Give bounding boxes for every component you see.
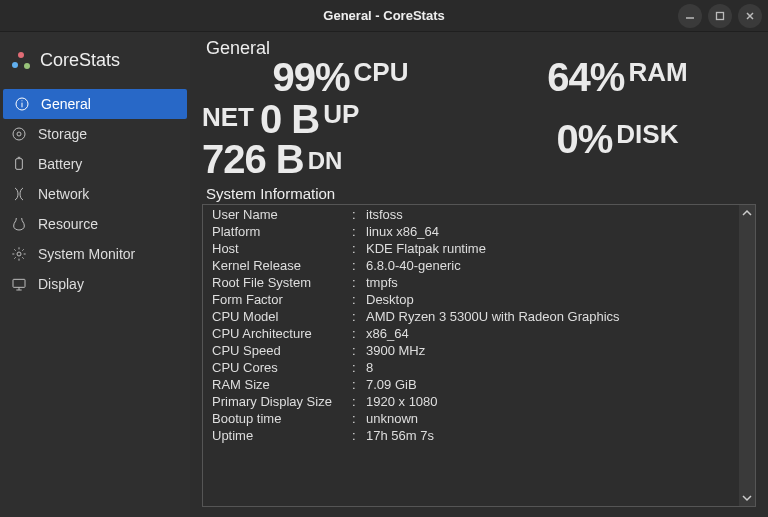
sidebar-item-label: Display <box>38 276 84 292</box>
sysinfo-frame: User Name:itsfossPlatform:linux x86_64Ho… <box>202 204 756 507</box>
sysinfo-value: KDE Flatpak runtime <box>366 240 731 257</box>
svg-point-7 <box>13 128 25 140</box>
resource-icon <box>10 215 28 233</box>
svg-point-11 <box>17 252 21 256</box>
window-minimize-button[interactable] <box>678 4 702 28</box>
sysinfo-value: linux x86_64 <box>366 223 731 240</box>
gear-icon <box>10 245 28 263</box>
sysinfo-value: unknown <box>366 410 731 427</box>
sysinfo-key: CPU Cores <box>212 359 352 376</box>
stat-net-up-value: 0 B <box>260 99 319 139</box>
info-icon <box>13 95 31 113</box>
sidebar-item-resource[interactable]: Resource <box>0 209 190 239</box>
battery-icon <box>10 155 28 173</box>
stat-disk-value: 0% <box>557 119 613 159</box>
sysinfo-sep: : <box>352 376 366 393</box>
sysinfo-value: tmpfs <box>366 274 731 291</box>
sysinfo-sep: : <box>352 240 366 257</box>
app-logo-icon <box>12 52 30 70</box>
sidebar-item-general[interactable]: General <box>3 89 187 119</box>
sidebar-item-battery[interactable]: Battery <box>0 149 190 179</box>
sidebar-item-system-monitor[interactable]: System Monitor <box>0 239 190 269</box>
sysinfo-value: AMD Ryzen 3 5300U with Radeon Graphics <box>366 308 731 325</box>
main-panel: General 99% CPU 64% RAM NET 0 B UP 726 B… <box>190 32 768 517</box>
sidebar-item-network[interactable]: Network <box>0 179 190 209</box>
stat-net-up-label: UP <box>323 99 359 130</box>
svg-point-6 <box>21 100 22 101</box>
app-name: CoreStats <box>40 50 120 71</box>
window-maximize-button[interactable] <box>708 4 732 28</box>
sysinfo-sep: : <box>352 206 366 223</box>
scrollbar[interactable] <box>739 205 755 506</box>
sysinfo-key: Kernel Release <box>212 257 352 274</box>
sysinfo-key: RAM Size <box>212 376 352 393</box>
sidebar-item-display[interactable]: Display <box>0 269 190 299</box>
svg-point-8 <box>17 132 21 136</box>
chevron-down-icon <box>742 493 752 503</box>
sysinfo-sep: : <box>352 342 366 359</box>
stat-disk: 0% DISK <box>479 119 756 159</box>
sysinfo-row: Kernel Release:6.8.0-40-generic <box>204 257 739 274</box>
sysinfo-row: CPU Cores:8 <box>204 359 739 376</box>
sysinfo-value: Desktop <box>366 291 731 308</box>
sysinfo-sep: : <box>352 410 366 427</box>
sysinfo-row: Primary Display Size:1920 x 1080 <box>204 393 739 410</box>
sidebar-item-label: Network <box>38 186 89 202</box>
stat-ram-value: 64% <box>547 57 624 97</box>
sysinfo-value: x86_64 <box>366 325 731 342</box>
sysinfo-value: 7.09 GiB <box>366 376 731 393</box>
sysinfo-sep: : <box>352 274 366 291</box>
sysinfo-row: Uptime:17h 56m 7s <box>204 427 739 444</box>
sysinfo-row: CPU Model:AMD Ryzen 3 5300U with Radeon … <box>204 308 739 325</box>
sidebar: CoreStats General Storage Battery Networ… <box>0 32 190 517</box>
stat-ram-label: RAM <box>628 57 687 88</box>
stat-cpu-label: CPU <box>354 57 409 88</box>
sysinfo-sep: : <box>352 427 366 444</box>
scroll-up-button[interactable] <box>739 205 755 221</box>
stats-grid: 99% CPU 64% RAM NET 0 B UP 726 B DN 0% <box>202 57 756 179</box>
sysinfo-key: Root File System <box>212 274 352 291</box>
stat-disk-label: DISK <box>616 119 678 150</box>
sysinfo-row: Bootup time:unknown <box>204 410 739 427</box>
sysinfo-sep: : <box>352 308 366 325</box>
sysinfo-key: Form Factor <box>212 291 352 308</box>
sysinfo-value: 6.8.0-40-generic <box>366 257 731 274</box>
sysinfo-key: CPU Speed <box>212 342 352 359</box>
window-title: General - CoreStats <box>323 8 444 23</box>
window-controls <box>678 4 762 28</box>
stat-net-dn-value: 726 B <box>202 139 304 179</box>
close-icon <box>744 10 756 22</box>
svg-rect-12 <box>13 279 25 287</box>
network-icon <box>10 185 28 203</box>
storage-icon <box>10 125 28 143</box>
sidebar-item-label: Storage <box>38 126 87 142</box>
sysinfo-sep: : <box>352 291 366 308</box>
sysinfo-row: Platform:linux x86_64 <box>204 223 739 240</box>
stat-net-prefix: NET <box>202 102 254 133</box>
sidebar-item-label: System Monitor <box>38 246 135 262</box>
sysinfo-row: CPU Speed:3900 MHz <box>204 342 739 359</box>
sysinfo-row: Host:KDE Flatpak runtime <box>204 240 739 257</box>
sysinfo-row: User Name:itsfoss <box>204 206 739 223</box>
sysinfo-key: User Name <box>212 206 352 223</box>
chevron-up-icon <box>742 208 752 218</box>
sysinfo-scroll-area[interactable]: User Name:itsfossPlatform:linux x86_64Ho… <box>204 206 739 505</box>
sysinfo-row: Root File System:tmpfs <box>204 274 739 291</box>
sidebar-item-storage[interactable]: Storage <box>0 119 190 149</box>
svg-rect-1 <box>717 13 724 20</box>
sysinfo-sep: : <box>352 223 366 240</box>
sysinfo-key: Platform <box>212 223 352 240</box>
maximize-icon <box>714 10 726 22</box>
minimize-icon <box>684 10 696 22</box>
sysinfo-value: 17h 56m 7s <box>366 427 731 444</box>
window-close-button[interactable] <box>738 4 762 28</box>
scroll-down-button[interactable] <box>739 490 755 506</box>
sidebar-item-label: Battery <box>38 156 82 172</box>
window-titlebar: General - CoreStats <box>0 0 768 32</box>
sysinfo-value: itsfoss <box>366 206 731 223</box>
sysinfo-value: 1920 x 1080 <box>366 393 731 410</box>
sysinfo-sep: : <box>352 359 366 376</box>
app-brand: CoreStats <box>0 38 190 89</box>
stat-net-dn-label: DN <box>308 147 343 175</box>
sysinfo-value: 8 <box>366 359 731 376</box>
